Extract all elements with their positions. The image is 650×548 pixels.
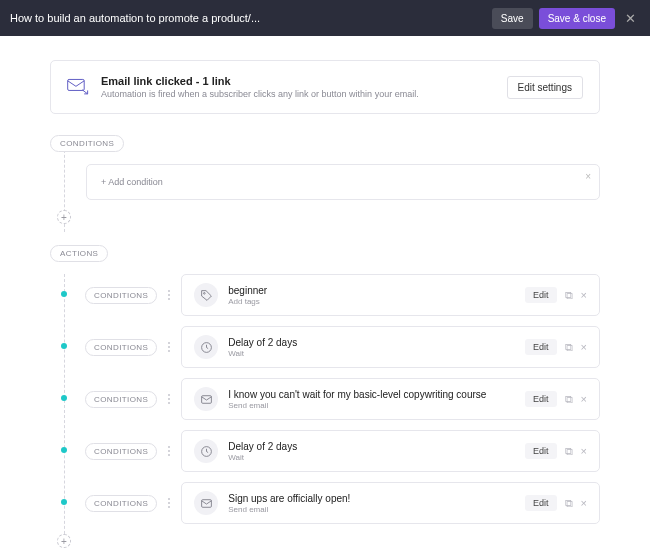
actions-section: ACTIONS ConditionsbeginnerAdd tagsEdit⧉×… — [50, 242, 600, 548]
svg-point-1 — [203, 292, 205, 294]
action-card: Delay of 2 daysWaitEdit⧉× — [181, 430, 600, 472]
edit-button[interactable]: Edit — [525, 443, 557, 459]
edit-button[interactable]: Edit — [525, 391, 557, 407]
remove-condition-icon[interactable]: × — [585, 171, 591, 182]
action-title: beginner — [228, 285, 525, 296]
action-title: Sign ups are officially open! — [228, 493, 525, 504]
delete-icon[interactable]: × — [581, 341, 587, 353]
add-condition-link[interactable]: + Add condition — [101, 177, 163, 187]
duplicate-icon[interactable]: ⧉ — [565, 445, 573, 458]
conditions-pill[interactable]: Conditions — [85, 339, 157, 356]
action-card: beginnerAdd tagsEdit⧉× — [181, 274, 600, 316]
save-button[interactable]: Save — [492, 8, 533, 29]
mail-click-icon — [67, 78, 89, 96]
svg-rect-0 — [68, 79, 85, 90]
action-row: ConditionsDelay of 2 daysWaitEdit⧉× — [50, 326, 600, 368]
edit-button[interactable]: Edit — [525, 495, 557, 511]
clock-icon — [194, 439, 218, 463]
duplicate-icon[interactable]: ⧉ — [565, 341, 573, 354]
save-close-button[interactable]: Save & close — [539, 8, 615, 29]
clock-icon — [194, 335, 218, 359]
action-card: Delay of 2 daysWaitEdit⧉× — [181, 326, 600, 368]
conditions-pill[interactable]: Conditions — [85, 287, 157, 304]
action-card: Sign ups are officially open!Send emailE… — [181, 482, 600, 524]
action-subtitle: Send email — [228, 505, 525, 514]
action-title: I know you can't wait for my basic-level… — [228, 389, 525, 400]
action-title: Delay of 2 days — [228, 337, 525, 348]
trigger-title: Email link clicked - 1 link — [101, 75, 507, 87]
close-icon[interactable]: ✕ — [621, 11, 640, 26]
timeline-dot — [61, 395, 67, 401]
conditions-pill[interactable]: Conditions — [85, 391, 157, 408]
drag-handle-icon[interactable] — [165, 498, 173, 508]
action-subtitle: Send email — [228, 401, 525, 410]
drag-handle-icon[interactable] — [165, 394, 173, 404]
mail-icon — [194, 491, 218, 515]
timeline-dot — [61, 499, 67, 505]
mail-icon — [194, 387, 218, 411]
delete-icon[interactable]: × — [581, 289, 587, 301]
drag-handle-icon[interactable] — [165, 446, 173, 456]
delete-icon[interactable]: × — [581, 445, 587, 457]
tag-icon — [194, 283, 218, 307]
conditions-section: CONDITIONS + Add condition × + — [50, 132, 600, 224]
drag-handle-icon[interactable] — [165, 290, 173, 300]
trigger-desc: Automation is fired when a subscriber cl… — [101, 89, 507, 99]
action-card: I know you can't wait for my basic-level… — [181, 378, 600, 420]
svg-rect-5 — [201, 499, 211, 507]
trigger-card: Email link clicked - 1 link Automation i… — [50, 60, 600, 114]
edit-button[interactable]: Edit — [525, 339, 557, 355]
add-step-button[interactable]: + — [57, 210, 71, 224]
conditions-card: + Add condition × — [86, 164, 600, 200]
add-action-button[interactable]: + — [57, 534, 71, 548]
svg-rect-3 — [201, 395, 211, 403]
timeline-dot — [61, 343, 67, 349]
action-subtitle: Add tags — [228, 297, 525, 306]
action-subtitle: Wait — [228, 349, 525, 358]
edit-button[interactable]: Edit — [525, 287, 557, 303]
duplicate-icon[interactable]: ⧉ — [565, 289, 573, 302]
page-title: How to build an automation to promote a … — [10, 12, 492, 24]
conditions-label: CONDITIONS — [50, 135, 124, 152]
action-row: ConditionsbeginnerAdd tagsEdit⧉× — [50, 274, 600, 316]
duplicate-icon[interactable]: ⧉ — [565, 393, 573, 406]
conditions-pill[interactable]: Conditions — [85, 495, 157, 512]
delete-icon[interactable]: × — [581, 497, 587, 509]
edit-settings-button[interactable]: Edit settings — [507, 76, 583, 99]
action-row: ConditionsDelay of 2 daysWaitEdit⧉× — [50, 430, 600, 472]
actions-label: ACTIONS — [50, 245, 108, 262]
action-row: ConditionsSign ups are officially open!S… — [50, 482, 600, 524]
delete-icon[interactable]: × — [581, 393, 587, 405]
conditions-pill[interactable]: Conditions — [85, 443, 157, 460]
timeline-dot — [61, 447, 67, 453]
timeline-dot — [61, 291, 67, 297]
action-row: ConditionsI know you can't wait for my b… — [50, 378, 600, 420]
drag-handle-icon[interactable] — [165, 342, 173, 352]
action-title: Delay of 2 days — [228, 441, 525, 452]
action-subtitle: Wait — [228, 453, 525, 462]
duplicate-icon[interactable]: ⧉ — [565, 497, 573, 510]
top-bar: How to build an automation to promote a … — [0, 0, 650, 36]
